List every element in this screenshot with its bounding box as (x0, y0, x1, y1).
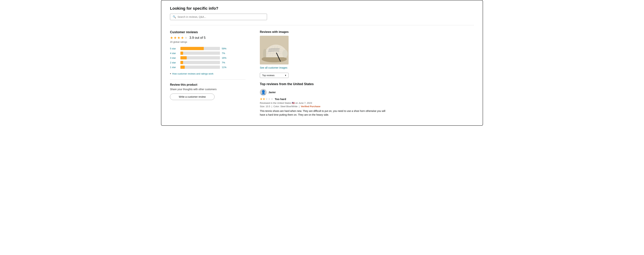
page-title: Looking for specific info? (170, 6, 474, 11)
main-content: Customer reviews ★★★★★ 3.9 out of 5 20 g… (170, 30, 474, 117)
bar-pct-4: 7% (222, 52, 228, 55)
page-wrapper: Looking for specific info? 🔍 Customer re… (161, 0, 483, 126)
sort-dropdown[interactable]: Top reviews ▾ (260, 73, 288, 78)
share-thoughts-text: Share your thoughts with other customers (170, 88, 246, 91)
right-panel: Reviews with images (260, 30, 474, 117)
see-all-images-link[interactable]: See all customer images (260, 66, 474, 69)
how-ratings-text: How customer reviews and ratings work (172, 72, 214, 75)
color-value: Steel Blue/White (280, 105, 298, 108)
rating-bars: 5 star 59% 4 star 7% 3 star (170, 47, 246, 69)
star-label-2[interactable]: 2 star (170, 61, 178, 64)
bar-track-4 (180, 51, 220, 55)
avatar: 👤 (260, 89, 267, 96)
review-meta: Reviewed in the United States 🇺🇸 on June… (260, 102, 474, 104)
reviewer-name: Javier (268, 91, 276, 94)
global-ratings: 20 global ratings (170, 40, 246, 43)
color-label: Color: (274, 105, 280, 108)
bar-track-3 (180, 56, 220, 59)
star-label-5[interactable]: 5 star (170, 47, 178, 50)
review-title: Too hard (275, 97, 286, 101)
svg-point-7 (282, 50, 288, 58)
bar-fill-2 (180, 61, 183, 64)
bar-row-5star: 5 star 59% (170, 47, 246, 50)
bar-fill-1 (180, 65, 185, 69)
bar-row-2star: 2 star 7% (170, 61, 246, 64)
star-label-3[interactable]: 3 star (170, 56, 178, 59)
bar-pct-2: 7% (222, 61, 228, 64)
bar-pct-5: 59% (222, 47, 228, 50)
review-star-row: ★★★★★ Too hard (260, 97, 474, 101)
review-product-title: Review this product (170, 83, 246, 86)
star-label-4[interactable]: 4 star (170, 52, 178, 55)
left-divider (170, 79, 246, 80)
shoe-svg (260, 36, 288, 64)
reviewer-row: 👤 Javier (260, 89, 474, 96)
how-ratings-link[interactable]: ▾ How customer reviews and ratings work (170, 72, 246, 75)
left-panel: Customer reviews ★★★★★ 3.9 out of 5 20 g… (170, 30, 246, 100)
detail-separator: | (271, 105, 273, 108)
bar-pct-1: 11% (222, 66, 228, 69)
bar-fill-4 (180, 51, 183, 55)
detail-separator-2: | (298, 105, 301, 108)
review-stars: ★★★★★ (260, 97, 273, 101)
bar-track-5 (180, 47, 220, 50)
chevron-down-icon: ▾ (170, 72, 171, 75)
bar-row-4star: 4 star 7% (170, 51, 246, 55)
search-bar: 🔍 (170, 14, 267, 20)
user-icon: 👤 (261, 90, 266, 95)
chevron-down-icon: ▾ (285, 74, 286, 77)
star-rating-row: ★★★★★ 3.9 out of 5 (170, 35, 246, 40)
size-value: 10.5 (266, 105, 270, 108)
bar-pct-3: 16% (222, 56, 228, 59)
top-reviews-section-title: Top reviews from the United States (260, 82, 474, 86)
bar-track-1 (180, 65, 220, 69)
rating-stars: ★★★★★ (170, 35, 188, 40)
bar-fill-3 (180, 56, 187, 59)
review-details: Size: 10.5 | Color: Steel Blue/White | V… (260, 105, 474, 108)
size-label: Size: (260, 105, 266, 108)
bar-fill-5 (180, 47, 204, 50)
bar-row-3star: 3 star 16% (170, 56, 246, 59)
review-image-thumbnail[interactable] (260, 36, 288, 64)
bar-row-1star: 1 star 11% (170, 65, 246, 69)
star-label-1[interactable]: 1 star (170, 66, 178, 69)
search-icon: 🔍 (173, 15, 176, 18)
customer-reviews-title: Customer reviews (170, 30, 246, 34)
search-input[interactable] (178, 15, 264, 18)
rating-value: 3.9 out of 5 (190, 36, 206, 40)
sort-dropdown-label: Top reviews (262, 74, 274, 77)
reviews-with-images-title: Reviews with images (260, 30, 474, 33)
write-review-button[interactable]: Write a customer review (170, 94, 214, 100)
verified-badge: Verified Purchase (301, 105, 320, 108)
review-body: This tennis shoes are hard when new. The… (260, 109, 386, 117)
bar-track-2 (180, 61, 220, 64)
